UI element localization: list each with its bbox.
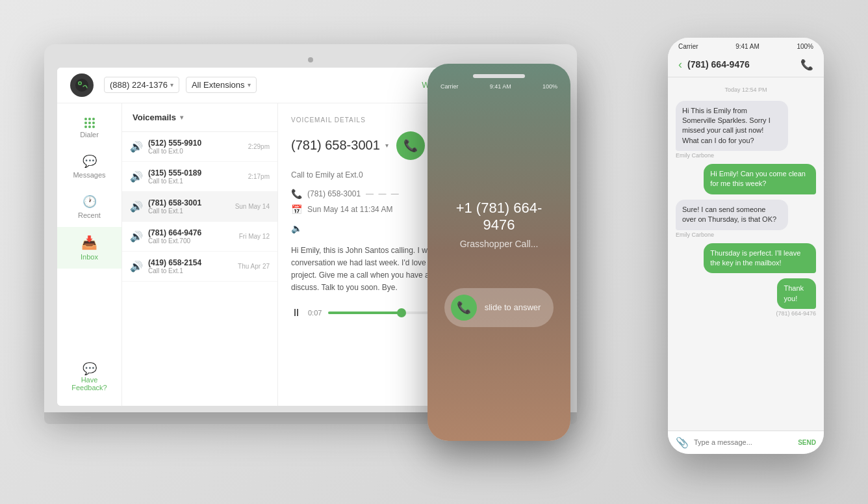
vm-ext-0: Call to Ext.0 — [148, 148, 243, 155]
vm-ext-1: Call to Ext.1 — [148, 178, 243, 185]
voicemail-list-header: Voicemails ▾ — [122, 103, 277, 132]
voicemail-item-1[interactable]: 🔊 (315) 555-0189 Call to Ext.1 2:17pm — [122, 162, 277, 192]
msg-text-0: Hi This is Emily from Somerville Sparkle… — [676, 101, 788, 152]
phone-messages: Carrier 9:41 AM 100% ‹ (781) 664-9476 📞 … — [668, 38, 824, 454]
back-button[interactable]: ‹ — [678, 58, 682, 72]
detail-chevron-icon: ▾ — [385, 142, 389, 149]
phone-row-icon: 📞 — [291, 189, 302, 199]
incoming-carrier: Carrier — [440, 83, 459, 90]
vm-ext-4: Call to Ext.1 — [148, 267, 233, 274]
voicemail-icon-0: 🔊 — [130, 140, 143, 153]
message-input-bar: 📎 SEND — [668, 431, 824, 454]
sidebar-item-recent[interactable]: 🕐 Recent — [57, 187, 121, 227]
message-bubble-2: Sure! I can send someone over on Thursda… — [676, 200, 816, 238]
detail-number: (781) 658-3001 ▾ — [291, 138, 389, 153]
detail-date: Sun May 14 at 11:34 AM — [307, 205, 392, 214]
slide-to-answer[interactable]: 📞 slide to answer — [444, 288, 554, 327]
send-button[interactable]: SEND — [798, 439, 816, 446]
recent-label: Recent — [78, 211, 101, 219]
voicemail-icon-4: 🔊 — [130, 260, 143, 272]
voicemail-info-4: (419) 658-2154 Call to Ext.1 — [148, 258, 233, 274]
phone-number-selector[interactable]: (888) 224-1376 ▾ — [104, 77, 179, 93]
vm-number-0: (512) 555-9910 — [148, 139, 243, 148]
voicemails-chevron-icon: ▾ — [180, 114, 183, 121]
incoming-number: +1 (781) 664-9476 — [442, 200, 556, 233]
calendar-icon: 📅 — [291, 204, 302, 215]
voicemail-icon-2: 🔊 — [130, 200, 143, 213]
messages-icon: 💬 — [83, 154, 97, 168]
incoming-call-content: +1 (781) 664-9476 Grasshopper Call... 📞 … — [435, 94, 563, 433]
message-input[interactable] — [694, 438, 793, 446]
vm-time-0: 2:29pm — [248, 143, 270, 150]
phone-notch-incoming — [473, 74, 525, 78]
incoming-time: 9:41 AM — [490, 83, 511, 90]
extensions-selector[interactable]: All Extensions ▾ — [186, 77, 257, 93]
slide-text: slide to answer — [485, 302, 541, 312]
app-logo — [70, 73, 94, 97]
vm-time-2: Sun May 14 — [235, 203, 270, 210]
incoming-status-bar: Carrier 9:41 AM 100% — [435, 83, 563, 90]
message-bubble-0: Hi This is Emily from Somerville Sparkle… — [676, 101, 816, 159]
vm-ext-3: Call to Ext.700 — [148, 237, 234, 245]
voicemail-item-0[interactable]: 🔊 (512) 555-9910 Call to Ext.0 2:29pm — [122, 132, 277, 162]
feedback-button[interactable]: 💬 Have Feedback? — [57, 354, 121, 399]
vm-number-3: (781) 664-9476 — [148, 228, 234, 237]
message-bubble-1: Hi Emily! Can you come clean for me this… — [676, 164, 816, 194]
messages-label: Messages — [73, 171, 105, 179]
svg-point-2 — [79, 82, 81, 84]
vm-number-4: (419) 658-2154 — [148, 258, 233, 267]
msg-battery: 100% — [797, 43, 813, 50]
msg-text-2: Sure! I can send someone over on Thursda… — [676, 200, 788, 230]
msg-time: 9:41 AM — [735, 43, 760, 50]
messages-header: ‹ (781) 664-9476 📞 — [668, 53, 824, 77]
voicemail-list: Voicemails ▾ 🔊 (512) 555-9910 Call to Ex… — [122, 103, 278, 406]
msg-sender-0: Emily Carbone — [676, 152, 816, 159]
audio-progress-thumb — [397, 308, 406, 317]
msg-text-1: Hi Emily! Can you come clean for me this… — [704, 164, 816, 194]
phone-number: (888) 224-1376 — [110, 80, 168, 90]
messages-body: Today 12:54 PM Hi This is Emily from Som… — [668, 77, 824, 431]
voicemail-icon-3: 🔊 — [130, 230, 143, 243]
inbox-icon: 📥 — [81, 235, 97, 250]
vm-number-2: (781) 658-3001 — [148, 198, 230, 207]
incoming-battery: 100% — [542, 83, 557, 90]
msg-sender-4: (781) 664-9476 — [776, 310, 816, 317]
vm-number-1: (315) 555-0189 — [148, 168, 243, 178]
extensions-label: All Extensions — [192, 80, 245, 90]
messages-status-bar: Carrier 9:41 AM 100% — [668, 38, 824, 53]
voicemail-icon-1: 🔊 — [130, 170, 143, 183]
voicemails-title: Voicemails — [133, 113, 176, 122]
phone-chevron-icon: ▾ — [170, 81, 173, 88]
sidebar-item-messages[interactable]: 💬 Messages — [57, 146, 121, 187]
extensions-chevron-icon: ▾ — [248, 81, 251, 88]
messages-date: Today 12:54 PM — [676, 86, 816, 93]
playback-time: 0:07 — [308, 309, 322, 317]
recent-icon: 🕐 — [83, 194, 97, 209]
detail-callback: (781) 658-3001 — [307, 189, 361, 198]
voicemail-item-2[interactable]: 🔊 (781) 658-3001 Call to Ext.1 Sun May 1… — [122, 192, 277, 222]
detail-dots: — — — — [366, 189, 400, 198]
sidebar-item-dialer[interactable]: Dialer — [57, 110, 121, 146]
pause-button[interactable]: ⏸ — [291, 307, 301, 319]
messages-contact-number: (781) 664-9476 — [687, 59, 795, 70]
incoming-app-label: Grasshopper Call... — [460, 239, 539, 249]
volume-icon: 🔈 — [291, 223, 302, 233]
inbox-label: Inbox — [81, 253, 98, 261]
vm-ext-2: Call to Ext.1 — [148, 207, 230, 215]
voicemail-item-4[interactable]: 🔊 (419) 658-2154 Call to Ext.1 Thu Apr 2… — [122, 252, 277, 282]
voicemail-info-1: (315) 555-0189 Call to Ext.1 — [148, 168, 243, 185]
msg-text-3: Thursday is perfect. I'll leave the key … — [704, 243, 816, 274]
voicemail-info-0: (512) 555-9910 Call to Ext.0 — [148, 139, 243, 155]
call-button[interactable]: 📞 — [396, 131, 425, 160]
sidebar-item-inbox[interactable]: 📥 Inbox — [57, 227, 121, 269]
messages-call-icon[interactable]: 📞 — [800, 59, 813, 71]
answer-button[interactable]: 📞 — [451, 295, 477, 321]
attach-icon[interactable]: 📎 — [676, 436, 689, 449]
sidebar: Dialer 💬 Messages 🕐 Recent 📥 Inbox — [57, 103, 122, 406]
laptop-camera — [308, 57, 313, 62]
message-bubble-4: Thank you! (781) 664-9476 — [768, 278, 816, 317]
audio-progress-fill — [328, 312, 402, 314]
vm-time-1: 2:17pm — [248, 173, 270, 180]
vm-time-4: Thu Apr 27 — [238, 263, 270, 270]
voicemail-item-3[interactable]: 🔊 (781) 664-9476 Call to Ext.700 Fri May… — [122, 222, 277, 252]
